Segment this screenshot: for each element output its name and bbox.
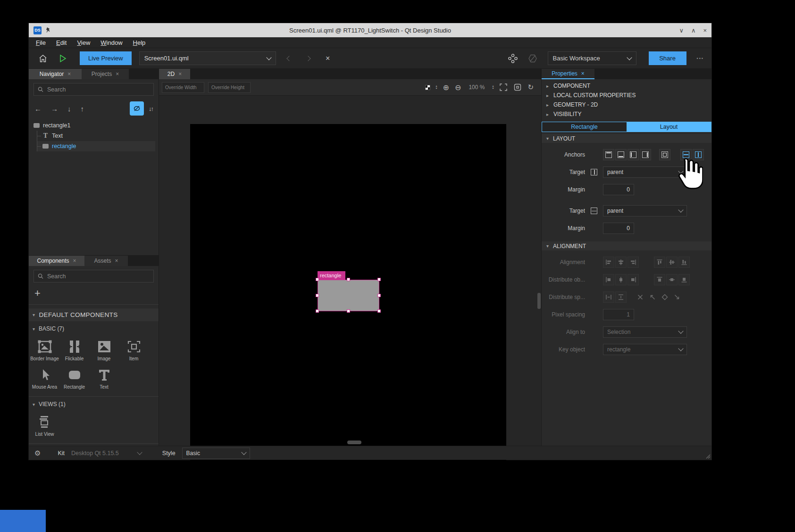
- menu-file[interactable]: File: [32, 38, 50, 47]
- live-preview-button[interactable]: Live Preview: [80, 51, 132, 65]
- workspace-selector[interactable]: Basic Workspace: [548, 51, 636, 65]
- component-list-view[interactable]: List View: [30, 411, 59, 440]
- margin-vertical-input[interactable]: [603, 223, 634, 234]
- align-left-button[interactable]: [603, 257, 614, 268]
- handle-mid-right[interactable]: [377, 294, 381, 297]
- resize-grip[interactable]: [705, 453, 711, 459]
- anchor-vertical-center-button[interactable]: [680, 149, 692, 160]
- section-geometry-2d[interactable]: ▸ GEOMETRY - 2D: [542, 100, 711, 109]
- distribute-spacing-horizontal-button[interactable]: [603, 291, 614, 303]
- close-icon[interactable]: ×: [116, 71, 119, 77]
- close-icon[interactable]: ×: [115, 258, 118, 264]
- close-window-button[interactable]: ×: [703, 27, 707, 34]
- distribute-origin-center-button[interactable]: [659, 291, 670, 303]
- mode-tab-rectangle[interactable]: Rectangle: [542, 122, 627, 132]
- anchor-right-button[interactable]: [640, 149, 651, 160]
- group-views-header[interactable]: ▾ VIEWS (1): [29, 397, 159, 409]
- titlebar[interactable]: DS Screen01.ui.qml @ RT1170_LightSwitch …: [29, 23, 711, 37]
- anchor-left-button[interactable]: [628, 149, 639, 160]
- filter-invisible-button[interactable]: [130, 101, 144, 116]
- close-icon[interactable]: ×: [178, 71, 182, 77]
- section-local-custom-properties[interactable]: ▸ LOCAL CUSTOM PROPERTIES: [542, 91, 711, 100]
- override-width-input[interactable]: [162, 82, 204, 93]
- layout-section-header[interactable]: ▾ LAYOUT: [542, 134, 711, 143]
- tab-assets[interactable]: Assets ×: [84, 256, 128, 266]
- close-document-button[interactable]: ×: [321, 52, 335, 65]
- distribute-bottom-button[interactable]: [678, 274, 690, 285]
- mode-tab-layout[interactable]: Layout: [627, 122, 711, 132]
- navigator-search[interactable]: [33, 83, 154, 96]
- section-visibility[interactable]: ▸ VISIBILITY: [542, 109, 711, 119]
- override-height-input[interactable]: [208, 82, 251, 93]
- distribute-origin-bottom-right-button[interactable]: [671, 291, 683, 303]
- tab-components[interactable]: Components ×: [29, 256, 84, 266]
- spinner-icon[interactable]: ▴▾: [436, 85, 437, 90]
- kit-selector[interactable]: Desktop Qt 5.15.5: [71, 450, 142, 457]
- section-component[interactable]: ▸ COMPONENT: [542, 81, 711, 91]
- tab-properties[interactable]: Properties ×: [542, 69, 594, 79]
- alignment-section-header[interactable]: ▾ ALIGNMENT: [542, 241, 711, 250]
- horizontal-scrollbar[interactable]: [347, 441, 361, 444]
- group-basic-header[interactable]: ▾ BASIC (7): [29, 321, 159, 334]
- close-icon[interactable]: ×: [67, 71, 71, 77]
- menu-view[interactable]: View: [73, 38, 94, 47]
- canvas-viewport[interactable]: rectangle: [159, 96, 541, 446]
- spinner-icon[interactable]: ▴▾: [492, 85, 494, 90]
- component-item[interactable]: Item: [119, 336, 149, 364]
- nodes-icon[interactable]: [506, 52, 519, 65]
- fit-to-screen-icon[interactable]: [499, 83, 508, 91]
- target-vertical-dropdown[interactable]: parent: [603, 205, 687, 216]
- distribute-spacing-vertical-button[interactable]: [615, 291, 627, 303]
- refresh-icon[interactable]: ↻: [527, 83, 534, 91]
- anchor-bottom-button[interactable]: [615, 149, 627, 160]
- maximize-button[interactable]: ∧: [691, 27, 696, 34]
- move-left-icon[interactable]: ←: [34, 105, 42, 113]
- zoom-in-icon[interactable]: ⊕: [443, 83, 449, 92]
- align-right-button[interactable]: [628, 257, 639, 268]
- anchor-horizontal-center-button[interactable]: [693, 149, 704, 160]
- handle-top-left[interactable]: [316, 278, 319, 281]
- distribute-horizontal-center-button[interactable]: [615, 274, 627, 285]
- anchor-top-button[interactable]: [603, 149, 614, 160]
- component-border-image[interactable]: Border Image: [30, 336, 59, 364]
- component-image[interactable]: Image: [89, 336, 119, 364]
- close-icon[interactable]: ×: [73, 258, 76, 264]
- align-to-dropdown[interactable]: Selection: [603, 326, 687, 338]
- align-bottom-button[interactable]: [678, 257, 690, 268]
- navigator-search-input[interactable]: [47, 86, 150, 93]
- reset-view-icon[interactable]: [513, 83, 522, 91]
- close-icon[interactable]: ×: [581, 70, 585, 77]
- zoom-out-icon[interactable]: ⊖: [455, 83, 461, 92]
- back-button[interactable]: [283, 52, 296, 65]
- no-distribution-button[interactable]: [635, 291, 646, 303]
- align-horizontal-center-button[interactable]: [615, 257, 627, 268]
- move-up-icon[interactable]: ↑: [81, 105, 84, 113]
- annotation-icon[interactable]: [526, 52, 539, 65]
- component-mouse-area[interactable]: Mouse Area: [30, 364, 59, 392]
- move-right-icon[interactable]: →: [51, 105, 58, 113]
- handle-mid-left[interactable]: [316, 294, 319, 297]
- target-horizontal-dropdown[interactable]: parent: [603, 166, 687, 178]
- background-color-swatch[interactable]: [425, 85, 430, 90]
- style-selector[interactable]: Basic: [182, 448, 250, 459]
- handle-bottom-center[interactable]: [347, 309, 350, 313]
- distribute-top-button[interactable]: [654, 274, 665, 285]
- run-project-icon[interactable]: [56, 52, 69, 65]
- menu-edit[interactable]: Edit: [52, 38, 71, 47]
- handle-bottom-left[interactable]: [316, 309, 319, 313]
- component-text[interactable]: Text: [89, 364, 119, 392]
- handle-top-center[interactable]: [347, 278, 350, 281]
- tab-navigator[interactable]: Navigator ×: [29, 69, 82, 79]
- component-rectangle[interactable]: Rectangle: [59, 364, 89, 392]
- forward-button[interactable]: [301, 52, 315, 65]
- qml-scene[interactable]: rectangle: [190, 124, 506, 466]
- key-object-dropdown[interactable]: rectangle: [603, 344, 687, 355]
- library-header[interactable]: ▾ DEFAULT COMPONENTS: [29, 308, 159, 321]
- tree-item-rectangle[interactable]: rectangle: [37, 141, 155, 151]
- tree-item-text[interactable]: T Text: [37, 131, 159, 141]
- home-icon[interactable]: [36, 52, 50, 65]
- handle-top-right[interactable]: [377, 278, 381, 281]
- menu-window[interactable]: Window: [96, 38, 126, 47]
- distribute-right-button[interactable]: [628, 274, 639, 285]
- align-top-button[interactable]: [654, 257, 665, 268]
